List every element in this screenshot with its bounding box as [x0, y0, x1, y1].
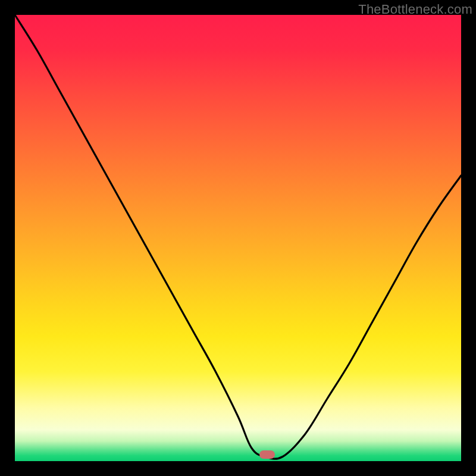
- bottleneck-curve: [15, 15, 461, 461]
- plot-area: [15, 15, 461, 461]
- optimal-point-marker: [259, 450, 275, 459]
- watermark-text: TheBottleneck.com: [358, 2, 472, 17]
- chart-frame: TheBottleneck.com: [0, 0, 476, 476]
